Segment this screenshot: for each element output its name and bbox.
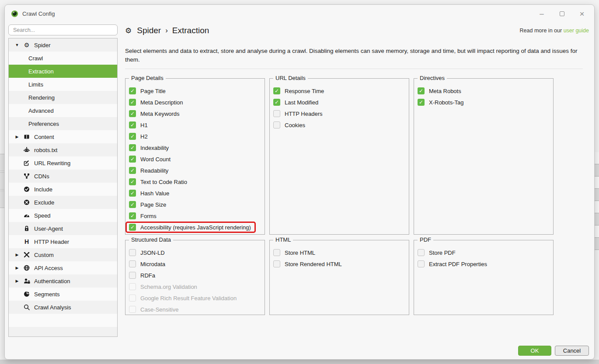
sidebar-item-label: Advanced: [28, 107, 54, 114]
sidebar-item-content[interactable]: ▶ Content: [9, 130, 117, 143]
checkbox-response-time[interactable]: ✓ Response Time: [273, 85, 404, 97]
checkbox-accessibility-highlighted[interactable]: ✓ Accessibility (requires JavaScript ren…: [125, 222, 256, 233]
minimize-button[interactable]: –: [538, 10, 545, 17]
checkbox[interactable]: ✓: [273, 121, 280, 128]
checkbox[interactable]: ✓: [129, 190, 136, 197]
tree-collapsed-arrow-icon[interactable]: ▶: [14, 135, 20, 139]
checkbox-x-robots-tag[interactable]: ✓ X-Robots-Tag: [418, 97, 548, 108]
titlebar[interactable]: Crawl Config – ×: [5, 5, 594, 22]
checkbox-h1[interactable]: ✓ H1: [129, 119, 259, 131]
checkbox-store-html[interactable]: ✓ Store HTML: [273, 247, 404, 258]
checkbox[interactable]: ✓: [418, 99, 425, 106]
read-more-prefix: Read more in our: [520, 28, 564, 34]
sidebar-item-include[interactable]: Include: [9, 183, 117, 196]
sidebar-item-label: Limits: [28, 81, 43, 88]
checkbox-label: H1: [140, 122, 148, 128]
checkbox[interactable]: ✓: [129, 87, 136, 94]
checkbox-word-count[interactable]: ✓ Word Count: [129, 153, 259, 165]
checkbox[interactable]: ✓: [129, 99, 136, 106]
ok-button[interactable]: OK: [518, 346, 551, 356]
sidebar-item-authentication[interactable]: ▶ Authentication: [9, 274, 117, 288]
checkbox[interactable]: ✓: [418, 87, 425, 94]
checkbox[interactable]: ✓: [273, 99, 280, 106]
tree-collapsed-arrow-icon[interactable]: ▶: [14, 266, 20, 270]
sidebar-item-segments[interactable]: Segments: [9, 288, 117, 301]
checkbox[interactable]: ✓: [129, 121, 136, 128]
checkbox[interactable]: ✓: [273, 260, 280, 267]
checkbox[interactable]: ✓: [129, 110, 136, 117]
checkbox-meta-keywords[interactable]: ✓ Meta Keywords: [129, 108, 259, 119]
checkbox-page-size[interactable]: ✓ Page Size: [129, 199, 259, 210]
checkbox[interactable]: ✓: [129, 260, 136, 267]
checkbox[interactable]: ✓: [129, 167, 136, 174]
sidebar-item-preferences[interactable]: Preferences: [9, 117, 117, 130]
checkbox[interactable]: ✓: [129, 133, 136, 140]
sidebar-item-limits[interactable]: Limits: [9, 78, 117, 91]
sidebar-item-http-header[interactable]: H HTTP Header: [9, 235, 117, 248]
window-title: Crawl Config: [22, 10, 55, 17]
checkbox-meta-description[interactable]: ✓ Meta Description: [129, 97, 259, 108]
sidebar-item-label: Spider: [34, 42, 51, 49]
checkbox-label: Case-Sensitive: [140, 306, 178, 313]
sidebar-item-api-access[interactable]: ▶ API Access: [9, 261, 117, 274]
sidebar-item-rendering[interactable]: Rendering: [9, 91, 117, 104]
sidebar-item-user-agent[interactable]: User-Agent: [9, 222, 117, 235]
checkbox-microdata[interactable]: ✓ Microdata: [129, 258, 259, 270]
checkbox[interactable]: ✓: [273, 87, 280, 94]
checkbox-rdfa[interactable]: ✓ RDFa: [129, 270, 259, 281]
tree-collapsed-arrow-icon[interactable]: ▶: [14, 279, 20, 283]
sidebar-item-cdns[interactable]: CDNs: [9, 170, 117, 183]
checkbox-store-pdf[interactable]: ✓ Store PDF: [418, 247, 548, 258]
checkbox[interactable]: ✓: [129, 201, 136, 208]
checkbox-label: HTTP Headers: [285, 111, 322, 117]
checkbox[interactable]: ✓: [129, 178, 136, 185]
sidebar-item-extraction[interactable]: Extraction: [9, 65, 117, 78]
check-icon: ✓: [130, 111, 135, 116]
checkbox[interactable]: ✓: [129, 249, 136, 256]
sidebar-item-exclude[interactable]: Exclude: [9, 196, 117, 209]
checkbox-http-headers[interactable]: ✓ HTTP Headers: [273, 108, 404, 119]
tree-empty-row: [9, 327, 117, 337]
checkbox-json-ld[interactable]: ✓ JSON-LD: [129, 247, 259, 258]
cancel-button[interactable]: Cancel: [555, 346, 589, 356]
checkbox[interactable]: ✓: [418, 260, 425, 267]
user-guide-link[interactable]: user guide: [564, 28, 589, 34]
sidebar-item-crawl[interactable]: Crawl: [9, 52, 117, 65]
checkbox-extract-pdf-properties[interactable]: ✓ Extract PDF Properties: [418, 258, 548, 270]
checkbox-readability[interactable]: ✓ Readability: [129, 165, 259, 176]
checkbox-last-modified[interactable]: ✓ Last Modified: [273, 97, 404, 108]
checkbox-store-rendered-html[interactable]: ✓ Store Rendered HTML: [273, 258, 404, 270]
breadcrumb-current: Extraction: [172, 26, 209, 35]
checkbox[interactable]: ✓: [129, 212, 136, 219]
checkbox-hash-value[interactable]: ✓ Hash Value: [129, 187, 259, 199]
check-icon: ✓: [130, 122, 135, 128]
sidebar-item-crawl-analysis[interactable]: Crawl Analysis: [9, 301, 117, 314]
checkbox-meta-robots[interactable]: ✓ Meta Robots: [418, 85, 548, 97]
checkbox-label: Hash Value: [140, 190, 169, 197]
search-input[interactable]: [8, 24, 118, 35]
checkbox-h2[interactable]: ✓ H2: [129, 131, 259, 142]
tree-expanded-arrow-icon[interactable]: ▼: [14, 43, 20, 47]
checkbox-indexability[interactable]: ✓ Indexability: [129, 142, 259, 153]
checkbox-text-to-code-ratio[interactable]: ✓ Text to Code Ratio: [129, 176, 259, 187]
checkbox[interactable]: ✓: [418, 249, 425, 256]
sidebar-item-url-rewriting[interactable]: URL Rewriting: [9, 156, 117, 170]
checkbox-page-title[interactable]: ✓ Page Title: [129, 85, 259, 97]
checkbox[interactable]: ✓: [273, 110, 280, 117]
checkbox[interactable]: ✓: [129, 224, 136, 231]
sidebar-item-speed[interactable]: Speed: [9, 209, 117, 222]
maximize-button[interactable]: [558, 10, 565, 17]
sidebar-item-advanced[interactable]: Advanced: [9, 104, 117, 117]
sidebar-item-spider[interactable]: ▼ ⚙ Spider: [9, 38, 117, 52]
checkbox-cookies[interactable]: ✓ Cookies: [273, 119, 404, 131]
checkbox-forms[interactable]: ✓ Forms: [129, 210, 259, 222]
checkbox[interactable]: ✓: [129, 156, 136, 163]
background-desktop-strip: [0, 360, 599, 364]
tree-collapsed-arrow-icon[interactable]: ▶: [14, 253, 20, 257]
checkbox[interactable]: ✓: [129, 144, 136, 151]
checkbox[interactable]: ✓: [129, 272, 136, 279]
close-button[interactable]: ×: [578, 10, 585, 17]
sidebar-item-custom[interactable]: ▶ Custom: [9, 248, 117, 261]
sidebar-item-robots-txt[interactable]: robots.txt: [9, 143, 117, 156]
checkbox[interactable]: ✓: [273, 249, 280, 256]
